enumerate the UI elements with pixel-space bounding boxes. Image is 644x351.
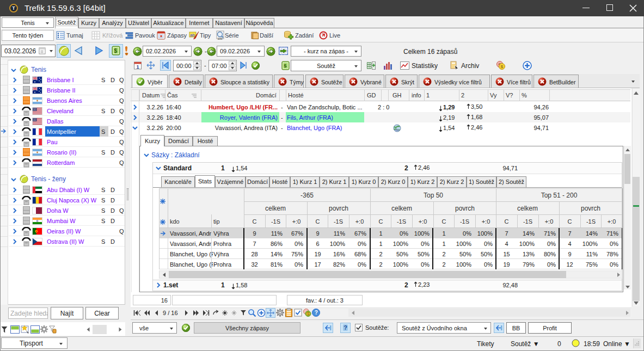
svg-text:$: $ bbox=[114, 48, 118, 54]
svg-text:$: $ bbox=[307, 312, 309, 316]
svg-text:$: $ bbox=[284, 63, 287, 69]
svg-text:?: ? bbox=[315, 310, 318, 316]
svg-text:ab: ab bbox=[190, 33, 195, 38]
svg-text:100: 100 bbox=[218, 37, 223, 40]
svg-text:$: $ bbox=[501, 64, 504, 69]
svg-text:1: 1 bbox=[137, 64, 139, 70]
